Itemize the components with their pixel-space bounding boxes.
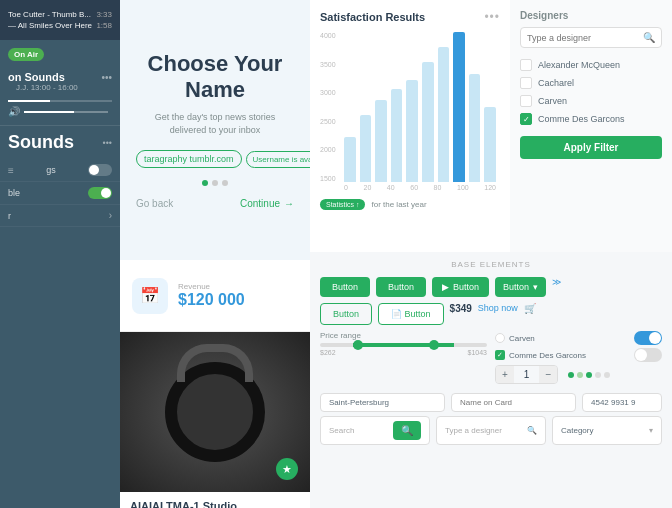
category-select-box[interactable]: Category ▾ — [552, 416, 662, 445]
price-range-label: Price range — [320, 331, 487, 340]
bar-1 — [344, 137, 356, 182]
continue-button[interactable]: Continue → — [240, 198, 294, 209]
designer-search-icon: 🔍 — [643, 32, 655, 43]
sound-item-2: ble — [0, 182, 120, 205]
newsletter-title: Choose Your Name — [136, 51, 294, 104]
stats-badge[interactable]: Statistics ↑ — [320, 199, 365, 210]
sound-label-1: gs — [46, 165, 56, 175]
sound-toggle-1[interactable] — [88, 164, 112, 176]
comme-label: Comme Des Garcons — [509, 351, 586, 360]
designer-select-box[interactable]: Type a designer 🔍 — [436, 416, 546, 445]
state-province-select[interactable]: Saint-Petersburg — [320, 393, 445, 412]
newsletter-label[interactable]: taragraphy tumblr.com — [136, 150, 242, 168]
category-label: Category — [561, 426, 593, 435]
toggle-blue-1[interactable] — [634, 331, 662, 345]
y-label-4: 2500 — [320, 118, 336, 125]
list-icon-1: ≡ — [8, 165, 14, 176]
dot-ind-3 — [586, 372, 592, 378]
price-range-slider[interactable] — [320, 343, 487, 347]
volume-icon: 🔊 — [8, 106, 20, 117]
search-icon-designer: 🔍 — [527, 426, 537, 435]
stepper-increment[interactable]: + — [496, 366, 514, 383]
dot-1 — [202, 180, 208, 186]
bar-5 — [406, 80, 418, 182]
bar-9 — [469, 74, 481, 182]
designer-item-1[interactable]: Alexander McQueen — [520, 56, 662, 74]
dot-ind-2 — [577, 372, 583, 378]
button-6[interactable]: 📄 Button — [378, 303, 444, 325]
cart-icon[interactable]: 🛒 — [524, 303, 536, 325]
bar-7 — [438, 47, 450, 182]
headphone-star-icon[interactable]: ★ — [276, 458, 298, 480]
button-5[interactable]: Button — [320, 303, 372, 325]
bar-8-highlight — [453, 32, 465, 182]
sound-toggle-2[interactable] — [88, 187, 112, 199]
bar-4 — [391, 89, 403, 182]
go-back-button[interactable]: Go back — [136, 198, 173, 209]
designer-check-4[interactable]: ✓ — [520, 113, 532, 125]
form-row-1: Saint-Petersburg — [320, 393, 662, 412]
stepper-value: 1 — [518, 367, 536, 382]
top-bar-track-1: Toe Cutter - Thumb B... — [8, 10, 91, 19]
chart-footer: Statistics ↑ for the last year — [320, 199, 500, 210]
sounds-title: Sounds — [8, 132, 74, 153]
top-bar-time-1: 3:33 — [96, 10, 112, 19]
credit-card-input[interactable] — [582, 393, 662, 412]
range-max: $1043 — [468, 349, 487, 356]
apply-filter-button[interactable]: Apply Filter — [520, 136, 662, 159]
button-1[interactable]: Button — [320, 277, 370, 297]
designer-check-3[interactable] — [520, 95, 532, 107]
quantity-stepper[interactable]: + 1 − — [495, 365, 558, 384]
button-4[interactable]: Button ▾ — [495, 277, 546, 297]
base-elements-panel: BASE ELEMENTS Button Button ▶ Button But… — [310, 252, 672, 508]
designer-check-1[interactable] — [520, 59, 532, 71]
stepper-decrement[interactable]: − — [539, 366, 557, 383]
top-bar-item-1: Toe Cutter - Thumb B... 3:33 — [8, 9, 112, 20]
chevron-right-icon[interactable]: › — [109, 210, 112, 221]
sound-item-3: r › — [0, 205, 120, 227]
revenue-small-amount: $120 000 — [178, 291, 245, 309]
dot-3 — [222, 180, 228, 186]
dropdown-arrow-icon: ▾ — [533, 282, 538, 292]
dot-2 — [212, 180, 218, 186]
designers-panel: Designers 🔍 Alexander McQueen Cacharel C… — [510, 0, 672, 252]
doc-icon: 📄 — [391, 309, 402, 319]
sound-item-1: ≡ gs — [0, 159, 120, 182]
stepper-row: + 1 − — [495, 365, 662, 384]
on-air-badge: On Air — [8, 48, 44, 61]
top-bar-item-2: — All Smiles Over Here 1:58 — [8, 20, 112, 31]
chart-area: 4000 3500 3000 2500 2000 1500 — [320, 32, 500, 182]
toggle-gray-1[interactable] — [634, 348, 662, 362]
shop-now-link[interactable]: Shop now — [478, 303, 518, 325]
carven-row: Carven — [495, 331, 662, 345]
designer-search-input[interactable] — [527, 33, 643, 43]
designer-item-4[interactable]: ✓ Comme Des Garcons — [520, 110, 662, 128]
dot-ind-4 — [595, 372, 601, 378]
price-label[interactable]: $349 — [450, 303, 472, 325]
search-submit-button[interactable]: 🔍 — [393, 421, 421, 440]
buttons-row-2: Button 📄 Button $349 Shop now 🛒 — [320, 303, 662, 325]
music-more-icon[interactable]: ••• — [101, 72, 112, 83]
designer-item-2[interactable]: Cacharel — [520, 74, 662, 92]
designer-search-box[interactable]: 🔍 — [520, 27, 662, 48]
revenue-small-label: Revenue — [178, 282, 245, 291]
button-2[interactable]: Button — [376, 277, 426, 297]
button-3[interactable]: ▶ Button — [432, 277, 489, 297]
toggles-col: Carven ✓ Comme Des Garcons + 1 − — [495, 331, 662, 387]
headphone-visual — [165, 362, 265, 462]
sounds-more-icon[interactable]: ••• — [103, 138, 112, 148]
music-title: on Sounds — [8, 71, 65, 83]
bar-6 — [422, 62, 434, 182]
search-placeholder-text: Search — [329, 426, 354, 435]
name-on-card-input[interactable] — [451, 393, 576, 412]
carven-radio[interactable] — [495, 333, 505, 343]
music-progress-bar[interactable] — [8, 100, 112, 102]
comme-checkbox[interactable]: ✓ — [495, 350, 505, 360]
bar-3 — [375, 100, 387, 183]
search-box[interactable]: Search 🔍 — [320, 416, 430, 445]
designer-check-2[interactable] — [520, 77, 532, 89]
bar-10 — [484, 107, 496, 182]
chart-bars — [324, 32, 496, 182]
chart-more-icon[interactable]: ••• — [484, 10, 500, 24]
designer-item-3[interactable]: Carven — [520, 92, 662, 110]
